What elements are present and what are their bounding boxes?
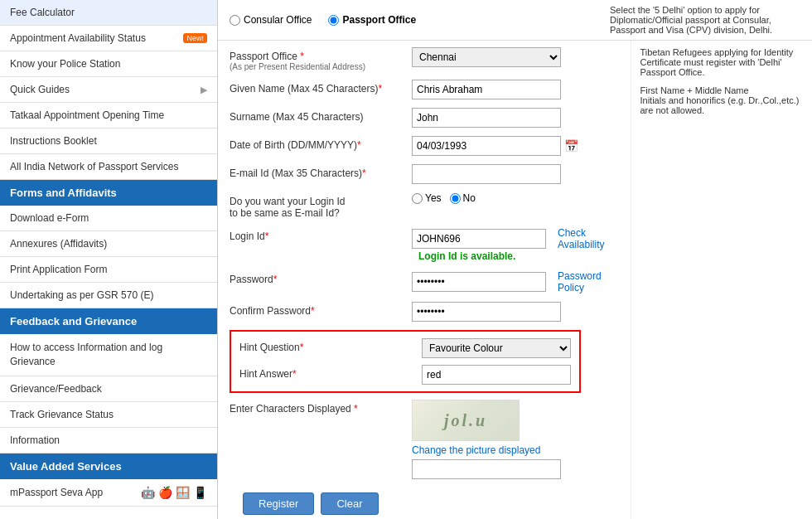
login-same-no-label[interactable]: No [450,192,476,204]
passport-office-radio[interactable] [328,15,339,26]
sidebar-item-police-station[interactable]: Know your Police Station [0,51,217,77]
dob-row: Date of Birth (DD/MM/YYYY)* 📅 [230,136,619,156]
captcha-row: Enter Characters Displayed * jol.u Chang… [230,400,619,479]
app-store-icons: 🤖 🍎 🪟 📱 [141,486,207,499]
passport-office-row: Passport Office * (As per Present Reside… [230,47,619,71]
login-same-row: Do you want your Login Id to be same as … [230,192,619,219]
forms-affidavits-header: Forms and Affidavits [0,180,217,206]
login-same-yes-radio[interactable] [412,193,423,204]
sidebar-item-mpassport[interactable]: mPassport Seva App 🤖 🍎 🪟 📱 [0,479,217,507]
sidebar-item-grievance-feedback[interactable]: Grievance/Feedback [0,376,217,402]
password-row: Password* Password Policy [230,270,619,293]
given-name-row: Given Name (Max 45 Characters)* [230,80,619,99]
login-same-no-radio[interactable] [450,193,461,204]
consular-office-radio[interactable] [230,15,240,26]
login-id-status: Login Id is available. [418,250,619,262]
login-same-yes-label[interactable]: Yes [412,192,442,204]
hint-question-select[interactable]: Favourite Colour Mother's Maiden Name Pe… [422,338,571,358]
tibetan-info: Tibetan Refugees applying for Identity C… [640,47,804,77]
sidebar: Fee Calculator Appointment Availability … [0,0,218,519]
email-input[interactable] [412,164,561,184]
sidebar-item-print-form[interactable]: Print Application Form [0,257,217,283]
captcha-image: jol.u [412,400,520,441]
sidebar-item-annexures[interactable]: Annexures (Affidavits) [0,231,217,257]
login-id-field: Check Availability Login Id is available… [412,227,619,262]
confirm-password-row: Confirm Password* [230,302,619,322]
surname-input[interactable] [412,108,561,128]
register-button[interactable]: Register [243,492,314,515]
main-content: Consular Office Passport Office Select t… [218,0,812,519]
hint-answer-row: Hint Answer* [239,365,571,385]
value-added-services-header: Value Added Services [0,454,217,479]
calendar-icon[interactable]: 📅 [564,139,578,153]
consular-office-option[interactable]: Consular Office [230,14,312,26]
login-id-input[interactable] [412,229,546,249]
check-availability-link[interactable]: Check Availability [558,227,619,250]
name-info: First Name + Middle Name Initials and ho… [640,85,804,115]
sidebar-item-all-india[interactable]: All India Network of Passport Services [0,154,217,180]
captcha-section: jol.u Change the picture displayed [412,400,561,479]
password-input[interactable] [412,272,546,292]
chevron-right-icon: ▶ [201,85,207,95]
dob-input[interactable] [412,136,561,156]
login-same-radio-group: Yes No [412,192,476,204]
sidebar-item-fee-calculator[interactable]: Fee Calculator [0,0,217,26]
password-field: Password Policy [412,270,619,293]
dob-field: 📅 [412,136,578,156]
sidebar-item-quick-guides[interactable]: Quick Guides ▶ [0,77,217,103]
sidebar-item-track-grievance[interactable]: Track Grievance Status [0,402,217,428]
new-badge: New! [183,33,207,43]
passport-office-field: Chennai [412,47,561,67]
captcha-input[interactable] [412,459,561,479]
sidebar-item-how-to-access[interactable]: How to access Information and log Grieva… [0,334,217,376]
top-right-info: Select the '5 Delhi' option to apply for… [610,5,800,35]
sidebar-item-appointment-status[interactable]: Appointment Availability Status New! [0,26,217,51]
right-info-column: Tibetan Refugees applying for Identity C… [631,41,812,519]
email-row: E-mail Id (Max 35 Characters)* [230,164,619,184]
hint-answer-input[interactable] [422,365,571,385]
office-type-section: Consular Office Passport Office Select t… [218,0,812,41]
change-picture-link[interactable]: Change the picture displayed [412,444,561,456]
form-column: Passport Office * (As per Present Reside… [218,41,631,519]
sidebar-item-instructions[interactable]: Instructions Booklet [0,129,217,154]
feedback-grievance-header: Feedback and Grievance [0,308,217,334]
sidebar-item-information[interactable]: Information [0,428,217,454]
surname-row: Surname (Max 45 Characters) [230,108,619,128]
passport-office-select[interactable]: Chennai [412,47,561,67]
sidebar-item-undertaking[interactable]: Undertaking as per GSR 570 (E) [0,283,217,308]
hint-question-row: Hint Question* Favourite Colour Mother's… [239,338,571,358]
login-id-row: Login Id* Check Availability Login Id is… [230,227,619,262]
content-area: Passport Office * (As per Present Reside… [218,41,812,519]
given-name-input[interactable] [412,80,561,99]
hint-highlight-box: Hint Question* Favourite Colour Mother's… [230,330,581,393]
password-policy-link[interactable]: Password Policy [558,270,619,293]
passport-office-option[interactable]: Passport Office [328,14,416,26]
clear-button[interactable]: Clear [321,492,378,515]
form-buttons: Register Clear [243,492,619,515]
sidebar-item-download-eform[interactable]: Download e-Form [0,206,217,231]
sidebar-item-tatkaal[interactable]: Tatkaal Appointment Opening Time [0,103,217,129]
confirm-password-input[interactable] [412,302,561,322]
